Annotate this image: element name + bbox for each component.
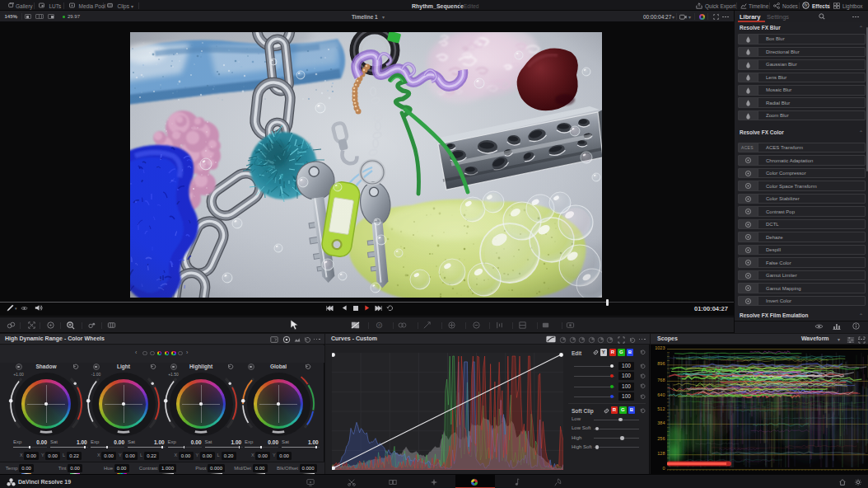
svg-text:α: α: [378, 323, 380, 327]
svg-text:fx: fx: [805, 3, 808, 7]
